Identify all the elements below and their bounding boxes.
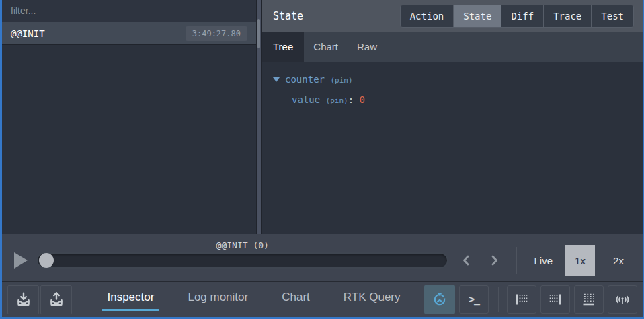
dock-bottom-button[interactable]	[574, 285, 604, 314]
step-forward-button[interactable]	[485, 251, 504, 270]
tree-colon: :	[348, 94, 354, 105]
tab-test[interactable]: Test	[591, 5, 633, 27]
import-button[interactable]	[7, 285, 39, 314]
tree-pin-label: (pin)	[330, 76, 352, 85]
speed-2x-button[interactable]: 2x	[604, 245, 633, 276]
step-back-button[interactable]	[457, 251, 476, 270]
view-subtabs: Tree Chart Raw	[262, 32, 643, 62]
speed-1x-button[interactable]: 1x	[565, 245, 595, 276]
dock-left-button[interactable]	[507, 285, 536, 314]
export-button[interactable]	[40, 285, 72, 314]
tab-rtk-query[interactable]: RTK Query	[339, 288, 405, 311]
subtab-tree[interactable]: Tree	[262, 32, 304, 62]
live-button[interactable]: Live	[530, 255, 557, 267]
slider-track[interactable]	[36, 252, 448, 269]
import-icon	[15, 291, 32, 308]
dock-right-button[interactable]	[540, 285, 570, 314]
filter-input[interactable]	[2, 0, 256, 22]
toolbar-right-icons: >_	[424, 285, 637, 314]
terminal-icon: >_	[469, 293, 479, 306]
tab-state[interactable]: State	[453, 5, 501, 27]
tab-trace[interactable]: Trace	[543, 5, 591, 27]
timeline-slider[interactable]: @@INIT (0)	[36, 252, 448, 269]
playback-divider	[516, 247, 517, 274]
monitor-tabs: Inspector Log monitor Chart RTK Query	[83, 288, 424, 311]
tree-key[interactable]: value	[292, 94, 320, 105]
panel-resizer[interactable]	[256, 0, 262, 234]
play-button[interactable]	[14, 252, 28, 269]
remote-button[interactable]	[608, 285, 637, 314]
playback-bar: @@INIT (0) Live 1x 2x	[2, 234, 643, 281]
tree-pin-label: (pin)	[326, 96, 348, 105]
tree-node-value: value (pin): 0	[273, 90, 632, 110]
inspector-tab-group: Action State Diff Trace Test	[400, 5, 634, 28]
action-name: @@INIT	[11, 28, 45, 39]
tree-key[interactable]: counter	[285, 74, 325, 85]
export-icon	[48, 291, 65, 308]
action-list-panel: @@INIT 3:49:27.80	[2, 0, 256, 234]
subtab-raw[interactable]: Raw	[348, 32, 387, 62]
panel-title: State	[273, 10, 303, 22]
main-panels: @@INIT 3:49:27.80 State Action State Dif…	[2, 0, 643, 234]
remote-broadcast-icon	[614, 291, 631, 308]
tab-log-monitor[interactable]: Log monitor	[183, 288, 253, 311]
slider-thumb[interactable]	[39, 253, 54, 268]
action-list-item[interactable]: @@INIT 3:49:27.80	[2, 22, 256, 45]
dispatcher-button[interactable]: >_	[459, 285, 489, 314]
bottom-toolbar: Inspector Log monitor Chart RTK Query >_	[2, 281, 643, 317]
inspector-panel: State Action State Diff Trace Test Tree …	[262, 0, 643, 234]
subtab-chart[interactable]: Chart	[304, 32, 348, 62]
dock-bottom-icon	[581, 291, 597, 308]
toolbar-divider	[79, 287, 79, 312]
action-timestamp: 3:49:27.80	[186, 26, 247, 41]
dock-left-icon	[514, 291, 530, 308]
tab-action[interactable]: Action	[401, 5, 454, 27]
toolbar-divider	[498, 287, 499, 312]
dock-right-icon	[547, 291, 563, 308]
tab-inspector[interactable]: Inspector	[102, 288, 159, 311]
timeline-position-label: @@INIT (0)	[36, 240, 448, 250]
play-icon	[14, 252, 28, 269]
stopwatch-icon	[432, 291, 448, 308]
tab-diff[interactable]: Diff	[501, 5, 543, 27]
resizer-handle-icon[interactable]	[257, 19, 260, 48]
devtools-app: @@INIT 3:49:27.80 State Action State Dif…	[0, 0, 644, 319]
chevron-right-icon	[486, 252, 502, 269]
collapse-arrow-icon[interactable]	[273, 77, 280, 82]
tab-chart[interactable]: Chart	[277, 288, 315, 311]
tree-node-counter: counter (pin)	[273, 70, 632, 90]
tree-value[interactable]: 0	[360, 94, 365, 105]
record-timer-button[interactable]	[424, 285, 455, 314]
filter-row	[2, 0, 256, 22]
state-tree-view: counter (pin) value (pin): 0	[262, 62, 643, 234]
inspector-header: State Action State Diff Trace Test	[262, 0, 643, 32]
chevron-left-icon	[458, 252, 475, 269]
